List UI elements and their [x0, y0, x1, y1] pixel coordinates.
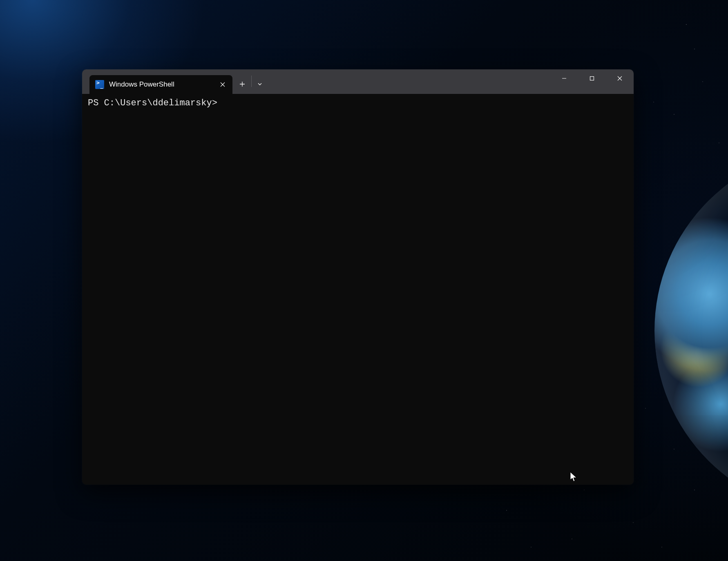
plus-icon	[239, 81, 245, 87]
terminal-window: Windows PowerShell	[82, 69, 634, 485]
chevron-down-icon	[257, 82, 262, 87]
titlebar-left-spacer	[82, 69, 89, 94]
svg-rect-0	[590, 77, 594, 80]
new-tab-button[interactable]	[233, 75, 251, 93]
tab-dropdown-button[interactable]	[252, 75, 268, 93]
tab-close-button[interactable]	[217, 79, 228, 90]
terminal-body[interactable]: PS C:\Users\ddelimarsky>	[82, 94, 634, 485]
titlebar[interactable]: Windows PowerShell	[82, 69, 634, 94]
minimize-icon	[561, 76, 567, 81]
close-icon	[617, 76, 623, 81]
text-cursor	[217, 98, 222, 108]
prompt: PS C:\Users\ddelimarsky>	[88, 98, 217, 108]
tab-powershell[interactable]: Windows PowerShell	[89, 75, 232, 94]
minimize-button[interactable]	[550, 69, 578, 87]
maximize-button[interactable]	[578, 69, 606, 87]
maximize-icon	[589, 76, 595, 81]
close-icon	[220, 82, 225, 87]
close-window-button[interactable]	[606, 69, 634, 87]
window-controls	[550, 69, 634, 87]
tab-title: Windows PowerShell	[109, 80, 217, 89]
powershell-icon	[95, 80, 104, 89]
